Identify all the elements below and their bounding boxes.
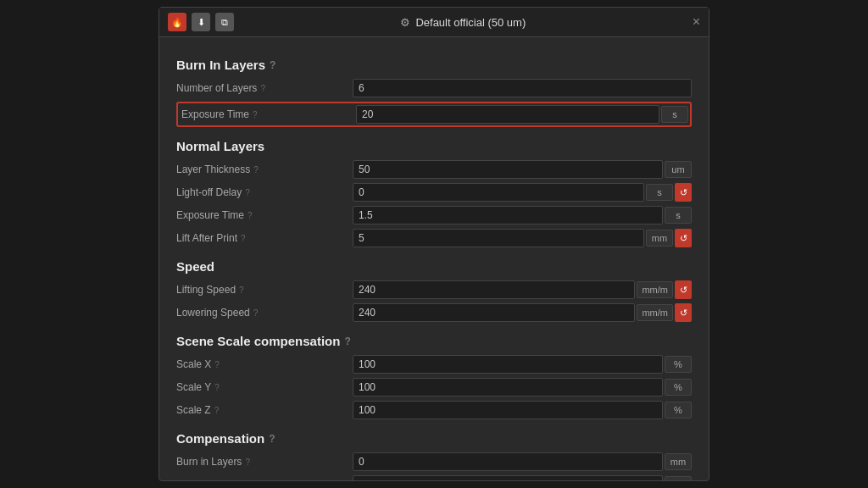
content-area: Burn In Layers ? Number of Layers ? Expo… — [159, 37, 709, 480]
field-lowering-speed: Lowering Speed ? mm/m ↺ — [176, 303, 692, 322]
comp-normal-layers-input-wrap: mm — [353, 475, 692, 480]
scale-y-unit[interactable]: % — [665, 379, 692, 396]
light-off-delay-input-wrap: s ↺ — [353, 183, 692, 202]
layer-thickness-unit[interactable]: um — [665, 161, 692, 178]
burn-in-help-icon[interactable]: ? — [270, 59, 275, 71]
compensation-help-icon[interactable]: ? — [269, 433, 275, 445]
exposure-time-burn-help-icon[interactable]: ? — [253, 110, 258, 119]
layer-thickness-help-icon[interactable]: ? — [253, 165, 259, 175]
exposure-time-normal-label: Exposure Time ? — [176, 209, 346, 221]
download-icon[interactable]: ⬇ — [192, 13, 210, 31]
layer-thickness-label: Layer Thickness ? — [176, 164, 346, 175]
comp-burn-layers-help-icon[interactable]: ? — [245, 458, 250, 467]
scale-z-input-wrap: % — [353, 401, 692, 419]
field-lifting-speed: Lifting Speed ? mm/m ↺ — [176, 280, 692, 299]
field-scale-x: Scale X ? % — [176, 355, 692, 374]
scene-scale-help-icon[interactable]: ? — [344, 336, 350, 347]
scale-y-label: Scale Y ? — [176, 381, 346, 393]
lift-after-print-label: Lift After Print ? — [176, 232, 346, 244]
light-off-delay-unit[interactable]: s — [646, 184, 673, 201]
scale-z-help-icon[interactable]: ? — [214, 406, 220, 415]
gear-icon: ⚙ — [400, 16, 410, 29]
field-number-of-layers: Number of Layers ? — [176, 79, 692, 97]
exposure-time-burn-unit[interactable]: s — [661, 106, 688, 123]
copy-icon[interactable]: ⧉ — [215, 13, 234, 31]
layer-thickness-input[interactable] — [353, 160, 663, 179]
scale-x-help-icon[interactable]: ? — [214, 360, 220, 369]
light-off-delay-help-icon[interactable]: ? — [245, 188, 250, 197]
number-of-layers-input[interactable] — [353, 79, 692, 97]
scale-y-input[interactable] — [353, 378, 663, 396]
comp-normal-layers-help-icon[interactable]: ? — [246, 480, 251, 481]
scale-y-help-icon[interactable]: ? — [214, 383, 220, 392]
lowering-speed-input-wrap: mm/m ↺ — [353, 303, 692, 322]
field-exposure-time-normal: Exposure Time ? s — [176, 206, 692, 225]
number-of-layers-input-wrap — [353, 79, 692, 97]
exposure-time-normal-input-wrap: s — [353, 206, 692, 225]
lowering-speed-label: Lowering Speed ? — [176, 307, 346, 319]
lift-after-print-input-wrap: mm ↺ — [353, 229, 692, 247]
section-burn-in-layers: Burn In Layers ? — [176, 58, 692, 72]
scale-x-label: Scale X ? — [176, 358, 346, 370]
comp-normal-layers-unit[interactable]: mm — [665, 476, 692, 480]
scale-x-input-wrap: % — [353, 355, 692, 374]
exposure-time-burn-input-wrap: s — [356, 105, 688, 124]
lowering-speed-input[interactable] — [353, 303, 635, 322]
exposure-time-normal-unit[interactable]: s — [665, 207, 692, 224]
light-off-delay-input[interactable] — [353, 183, 644, 202]
exposure-time-normal-help-icon[interactable]: ? — [248, 211, 253, 220]
main-window: 🔥 ⬇ ⧉ ⚙ Default official (50 um) × Burn … — [159, 7, 709, 481]
lifting-speed-reset-button[interactable]: ↺ — [675, 280, 692, 299]
section-scene-scale: Scene Scale compensation ? — [176, 334, 692, 348]
number-of-layers-label: Number of Layers ? — [176, 82, 346, 94]
lowering-speed-unit[interactable]: mm/m — [637, 304, 673, 321]
lifting-speed-unit[interactable]: mm/m — [637, 281, 673, 298]
lift-after-print-unit[interactable]: mm — [646, 230, 673, 247]
lifting-speed-label: Lifting Speed ? — [176, 284, 346, 296]
lift-after-print-input[interactable] — [353, 229, 644, 247]
light-off-delay-label: Light-off Delay ? — [176, 186, 346, 198]
comp-burn-layers-input-wrap: mm — [353, 452, 692, 471]
comp-normal-layers-label: Normal Layers ? — [176, 479, 346, 480]
lowering-speed-help-icon[interactable]: ? — [253, 308, 259, 318]
field-layer-thickness: Layer Thickness ? um — [176, 160, 692, 179]
scale-z-label: Scale Z ? — [176, 404, 346, 416]
scale-y-input-wrap: % — [353, 378, 692, 396]
field-lift-after-print: Lift After Print ? mm ↺ — [176, 229, 692, 247]
section-speed: Speed — [176, 259, 692, 274]
field-exposure-time-burn: Exposure Time ? s — [176, 102, 692, 127]
lift-after-print-help-icon[interactable]: ? — [241, 234, 246, 243]
field-comp-burn-layers: Burn in Layers ? mm — [176, 452, 692, 471]
lifting-speed-input[interactable] — [353, 280, 635, 299]
field-scale-z: Scale Z ? % — [176, 401, 692, 419]
lowering-speed-reset-button[interactable]: ↺ — [675, 303, 692, 322]
titlebar-icons: 🔥 ⬇ ⧉ — [168, 13, 234, 31]
exposure-time-burn-input[interactable] — [356, 105, 659, 124]
comp-burn-layers-unit[interactable]: mm — [665, 453, 692, 470]
lifting-speed-help-icon[interactable]: ? — [239, 286, 244, 295]
field-light-off-delay: Light-off Delay ? s ↺ — [176, 183, 692, 202]
layer-thickness-input-wrap: um — [353, 160, 692, 179]
lifting-speed-input-wrap: mm/m ↺ — [353, 280, 692, 299]
field-scale-y: Scale Y ? % — [176, 378, 692, 396]
scale-z-input[interactable] — [353, 401, 663, 419]
scale-x-input[interactable] — [353, 355, 663, 374]
lift-after-print-reset-button[interactable]: ↺ — [675, 229, 692, 247]
section-normal-layers: Normal Layers — [176, 139, 692, 153]
exposure-time-burn-label: Exposure Time ? — [180, 108, 349, 120]
number-of-layers-help-icon[interactable]: ? — [260, 84, 265, 93]
comp-normal-layers-input[interactable] — [353, 475, 663, 480]
comp-burn-layers-input[interactable] — [353, 452, 663, 471]
fire-icon[interactable]: 🔥 — [168, 13, 186, 31]
comp-burn-layers-label: Burn in Layers ? — [176, 456, 346, 468]
scale-x-unit[interactable]: % — [665, 356, 692, 373]
section-compensation: Compensation ? — [176, 431, 692, 446]
exposure-time-normal-input[interactable] — [353, 206, 663, 225]
close-button[interactable]: × — [693, 15, 700, 29]
field-comp-normal-layers: Normal Layers ? mm — [176, 475, 692, 480]
light-off-delay-reset-button[interactable]: ↺ — [675, 183, 692, 202]
scale-z-unit[interactable]: % — [665, 402, 692, 419]
window-title: ⚙ Default official (50 um) — [400, 16, 526, 29]
titlebar: 🔥 ⬇ ⧉ ⚙ Default official (50 um) × — [159, 8, 709, 37]
